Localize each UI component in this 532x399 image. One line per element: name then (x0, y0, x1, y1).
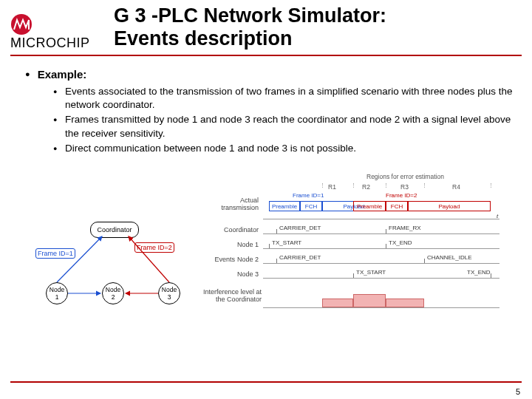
ev-carrier-det-2: CARRIER_DET (279, 254, 321, 261)
divider-bottom (10, 381, 522, 383)
tl-frame1-label: Frame ID=1 (293, 192, 324, 199)
interference-bar-3 (386, 299, 424, 307)
interference-bar-1 (322, 299, 353, 307)
body: Example: Events associated to the transm… (25, 68, 514, 157)
figure-topology: Coordinator Frame ID=1 Frame ID=2 (40, 214, 188, 332)
row-node2: Node 2 (208, 256, 259, 263)
list-item: Direct communication between node 1 and … (53, 142, 514, 155)
logo-text: MICROCHIP (10, 35, 105, 51)
title-line-2: Events description (114, 27, 293, 50)
ev-channel-idle: CHANNEL_IDLE (427, 254, 471, 261)
slide: MICROCHIP G 3 -PLC Network Simulator: Ev… (0, 0, 532, 399)
row-coordinator: Coordinator (208, 226, 259, 233)
ev-tx-start-3: TX_START (356, 269, 386, 276)
slide-title: G 3 -PLC Network Simulator: Events descr… (114, 4, 520, 50)
example-points: Events associated to the transmission of… (53, 85, 514, 155)
page-number: 5 (516, 387, 520, 396)
tl-f1-preamble: Preamble (269, 201, 300, 211)
ev-tx-end-1: TX_END (389, 239, 412, 246)
interference-bar-2 (353, 294, 386, 307)
logo: MICROCHIP (10, 13, 105, 51)
row-node3: Node 3 (208, 270, 259, 278)
tl-f1-fch: FCH (300, 201, 322, 211)
node-3: Node 3 (158, 282, 180, 304)
node-1: Node 1 (46, 282, 68, 304)
node-2: Node 2 (102, 282, 124, 304)
example-heading: Example: (25, 68, 514, 81)
divider-top (10, 55, 522, 56)
region-r4: R4 (452, 183, 460, 191)
actual-transmission-label: Actual transmission (208, 197, 259, 211)
tl-frame2-label: Frame ID=2 (386, 192, 417, 199)
region-r1: R1 (328, 183, 336, 191)
region-r2: R2 (362, 183, 370, 191)
ev-tx-start-1: TX_START (272, 239, 301, 246)
tl-f2-payload: Payload (408, 201, 491, 211)
row-interference: Interference level at the Coordinator (195, 288, 262, 303)
ev-tx-end-3: TX_END (467, 269, 491, 276)
svg-line-3 (129, 236, 169, 282)
topology-lines (40, 214, 188, 332)
tl-f2-preamble: Preamble (353, 201, 386, 211)
svg-line-1 (57, 236, 102, 282)
microchip-icon (10, 13, 33, 35)
list-item: Frames transmitted by node 1 and node 3 … (53, 113, 514, 140)
region-r3: R3 (400, 183, 409, 191)
figure-timeline: Regions for error estimation R1 R2 R3 R4… (211, 176, 514, 346)
row-node1: Node 1 (208, 241, 259, 248)
list-item: Events associated to the transmission of… (53, 85, 514, 112)
title-line-1: G 3 -PLC Network Simulator: (114, 4, 386, 27)
tl-f2-fch: FCH (386, 201, 408, 211)
ev-carrier-det: CARRIER_DET (279, 225, 321, 231)
regions-title: Regions for error estimation (366, 173, 444, 180)
ev-frame-rx: FRAME_RX (389, 225, 421, 231)
figures: Coordinator Frame ID=1 Frame ID=2 (40, 176, 514, 372)
